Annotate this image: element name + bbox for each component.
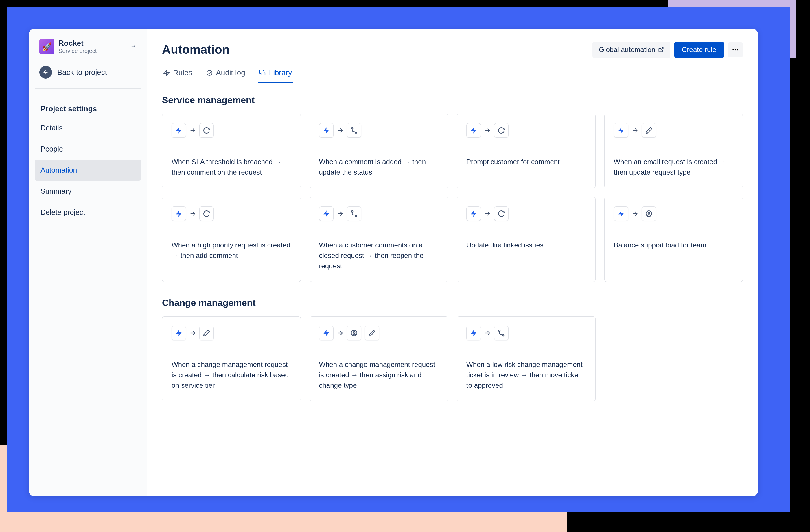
global-automation-button[interactable]: Global automation [593, 41, 670, 58]
arrow-right-icon [190, 127, 196, 134]
automation-template-card[interactable]: When a customer comments on a closed req… [310, 197, 449, 282]
svg-marker-18 [176, 211, 182, 217]
arrow-right-icon [190, 211, 196, 217]
automation-template-card[interactable]: When a high priority request is created … [162, 197, 301, 282]
automation-template-card[interactable]: When a comment is added → then update th… [310, 114, 449, 188]
tab-rules[interactable]: Rules [162, 68, 193, 83]
svg-marker-32 [323, 330, 329, 336]
tabs: RulesAudit logLibrary [162, 68, 743, 83]
bolt-icon [466, 206, 481, 221]
svg-marker-16 [618, 127, 624, 134]
create-rule-button[interactable]: Create rule [674, 41, 724, 58]
automation-template-card[interactable]: Balance support load for team [604, 197, 743, 282]
card-description: When a comment is added → then update th… [319, 157, 439, 178]
svg-marker-20 [323, 211, 329, 217]
automation-template-card[interactable]: When a change management request is crea… [310, 316, 449, 401]
svg-point-12 [351, 128, 353, 129]
automation-template-card[interactable]: Prompt customer for comment [457, 114, 596, 188]
tab-label: Rules [173, 68, 192, 77]
section-title: Service management [162, 95, 743, 105]
automation-template-card[interactable]: Update Jira linked issues [457, 197, 596, 282]
bolt-icon [319, 326, 334, 340]
arrow-right-icon [337, 211, 343, 217]
arrow-right-icon [190, 330, 196, 336]
pencil-icon [365, 326, 379, 340]
sidebar-item-people[interactable]: People [35, 138, 141, 160]
branch-icon [347, 123, 361, 138]
bolt-icon [466, 326, 481, 340]
back-label: Back to project [57, 68, 107, 77]
card-description: Update Jira linked issues [466, 240, 586, 250]
project-name: Rocket [59, 39, 97, 48]
svg-point-6 [207, 70, 212, 76]
bolt-icon [614, 206, 628, 221]
card-description: Balance support load for team [614, 240, 734, 250]
svg-marker-8 [176, 127, 182, 134]
card-description: When a change management request is crea… [172, 360, 291, 390]
card-description: When a customer comments on a closed req… [319, 240, 439, 271]
svg-point-23 [355, 215, 356, 217]
bolt-icon [172, 326, 186, 340]
nav-group: Project settings DetailsPeopleAutomation… [35, 100, 141, 223]
svg-marker-36 [471, 330, 476, 336]
bolt-icon [163, 69, 170, 76]
automation-template-card[interactable]: When a low risk change management ticket… [457, 316, 596, 401]
arrow-right-icon [337, 330, 343, 336]
arrow-right-icon [632, 127, 638, 134]
sidebar-item-details[interactable]: Details [35, 117, 141, 138]
settings-heading: Project settings [35, 100, 141, 117]
svg-point-39 [502, 334, 504, 336]
chevron-down-icon [130, 44, 136, 50]
branch-icon [494, 326, 508, 340]
automation-template-card[interactable]: When a change management request is crea… [162, 316, 301, 401]
branch-icon [347, 206, 361, 221]
sidebar-item-automation[interactable]: Automation [35, 160, 141, 181]
svg-point-2 [732, 49, 734, 50]
svg-marker-10 [323, 127, 329, 134]
svg-marker-24 [471, 211, 476, 217]
tab-label: Audit log [216, 68, 245, 77]
copy-icon [259, 69, 266, 76]
refresh-icon [199, 206, 214, 221]
card-description: When SLA threshold is breached → then co… [172, 157, 291, 178]
user-icon [347, 326, 361, 340]
more-actions-button[interactable] [728, 42, 743, 57]
svg-marker-5 [164, 70, 169, 76]
card-description: When a change management request is crea… [319, 360, 439, 390]
svg-point-35 [353, 332, 355, 334]
back-arrow-icon [39, 66, 52, 79]
svg-marker-26 [618, 211, 624, 217]
automation-template-card[interactable]: When SLA threshold is breached → then co… [162, 114, 301, 188]
sidebar-item-summary[interactable]: Summary [35, 181, 141, 202]
project-switcher[interactable]: 🚀 Rocket Service project [35, 37, 141, 60]
bolt-icon [319, 123, 334, 138]
main-content: Automation Global automation Create rule… [147, 29, 758, 496]
sidebar-item-delete-project[interactable]: Delete project [35, 202, 141, 223]
arrow-right-icon [484, 330, 491, 336]
arrow-right-icon [337, 127, 343, 134]
refresh-icon [494, 206, 508, 221]
arrow-right-icon [484, 127, 491, 134]
back-to-project[interactable]: Back to project [35, 60, 141, 89]
arrow-right-icon [484, 211, 491, 217]
tab-library[interactable]: Library [258, 68, 293, 83]
svg-point-38 [499, 330, 500, 332]
card-description: When an email request is created → then … [614, 157, 734, 178]
project-icon: 🚀 [39, 39, 54, 54]
bolt-icon [172, 123, 186, 138]
bolt-icon [466, 123, 481, 138]
svg-point-3 [735, 49, 736, 50]
svg-marker-30 [176, 330, 182, 336]
svg-point-29 [648, 212, 650, 214]
card-description: When a low risk change management ticket… [466, 360, 586, 390]
tab-audit-log[interactable]: Audit log [205, 68, 246, 83]
tab-label: Library [269, 68, 292, 77]
svg-marker-14 [471, 127, 476, 134]
automation-template-card[interactable]: When an email request is created → then … [604, 114, 743, 188]
svg-point-13 [355, 132, 356, 133]
card-description: When a high priority request is created … [172, 240, 291, 261]
global-automation-label: Global automation [599, 46, 655, 54]
check-circle-icon [206, 69, 213, 76]
refresh-icon [199, 123, 214, 138]
svg-point-4 [737, 49, 738, 50]
